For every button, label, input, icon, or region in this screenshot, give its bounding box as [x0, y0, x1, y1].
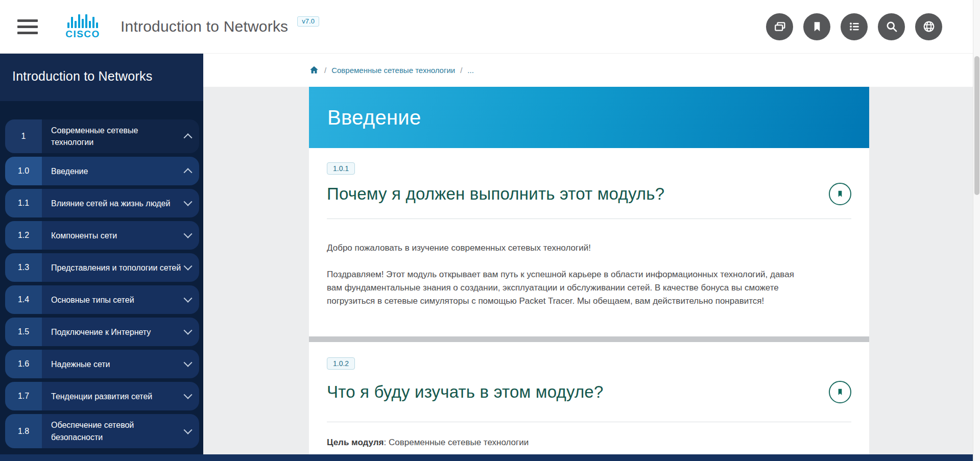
sidebar-item-number: 1.6 — [5, 350, 42, 378]
sidebar-item-label: Современные сетевые технологии — [51, 125, 185, 148]
paragraph: Поздравляем! Этот модуль открывает вам п… — [327, 268, 794, 308]
sidebar-item-number: 1.3 — [5, 253, 42, 282]
bookmarks-button[interactable] — [803, 13, 830, 40]
chevron-down-icon — [184, 425, 193, 434]
module-goal: Цель модуля: Современные сетевые техноло… — [327, 438, 851, 448]
chevron-down-icon — [184, 230, 193, 238]
main-content: / Современные сетевые технологии / ... В… — [203, 54, 980, 454]
scrollbar-thumb[interactable] — [974, 56, 979, 195]
bookmark-icon — [835, 387, 845, 397]
paragraph: Добро пожаловать в изучение современных … — [327, 241, 794, 255]
list-icon — [847, 19, 862, 34]
bookmark-icon — [810, 19, 824, 34]
sidebar-item-1-0[interactable]: 1.0 Введение — [5, 157, 199, 185]
course-sidebar: Introduction to Networks 1 Современные с… — [0, 54, 203, 454]
bookmark-section-button[interactable] — [829, 381, 851, 403]
chevron-up-icon — [184, 168, 193, 177]
sidebar-item-label: Основные типы сетей — [51, 294, 185, 306]
home-icon — [309, 65, 319, 75]
sidebar-item-1-3[interactable]: 1.3 Представления и топологии сетей — [5, 253, 199, 282]
slides-button[interactable] — [766, 13, 793, 40]
breadcrumb-home-link[interactable] — [309, 65, 319, 76]
chevron-down-icon — [184, 198, 193, 206]
sidebar-item-1-5[interactable]: 1.5 Подключение к Интернету — [5, 318, 199, 346]
module-goal-label: Цель модуля — [327, 438, 384, 447]
slides-icon — [773, 19, 787, 34]
sidebar-item-number: 1.7 — [5, 382, 42, 410]
module-banner: Введение — [309, 87, 869, 148]
chevron-down-icon — [184, 358, 193, 367]
sidebar-item-number: 1.5 — [5, 318, 42, 346]
section-1-0-2: 1.0.2 Что я буду изучать в этом модуле? … — [309, 342, 869, 454]
chevron-down-icon — [184, 262, 193, 271]
heading-divider — [327, 422, 851, 422]
sidebar-item-label: Подключение к Интернету — [51, 326, 185, 338]
section-heading: Почему я должен выполнить этот модуль? — [327, 184, 664, 204]
module-goal-text: : Современные сетевые технологии — [384, 438, 529, 447]
globe-icon — [922, 19, 936, 34]
course-title: Introduction to Networks — [121, 18, 288, 35]
section-number-badge: 1.0.2 — [327, 357, 355, 370]
index-list-button[interactable] — [841, 13, 868, 40]
sidebar-item-1-2[interactable]: 1.2 Компоненты сети — [5, 221, 199, 250]
breadcrumb-module-link[interactable]: Современные сетевые технологии — [331, 66, 455, 75]
content-card: Введение 1.0.1 Почему я должен выполнить… — [309, 87, 869, 454]
cisco-logo: CISCO — [58, 14, 107, 40]
search-button[interactable] — [878, 13, 905, 40]
section-number-badge: 1.0.1 — [327, 162, 355, 175]
sidebar-item-1[interactable]: 1 Современные сетевые технологии — [5, 119, 199, 153]
cisco-logo-bars-icon — [67, 14, 98, 28]
banner-title: Введение — [327, 106, 421, 129]
sidebar-item-number: 1.0 — [5, 157, 42, 185]
chevron-up-icon — [184, 134, 193, 142]
cisco-logo-word: CISCO — [65, 29, 100, 40]
sidebar-item-1-8[interactable]: 1.8 Обеспечение сетевой безопасности — [5, 414, 199, 448]
section-divider-bar — [309, 336, 869, 342]
sidebar-item-label: Надежные сети — [51, 358, 185, 370]
course-page: CISCO Introduction to Networks v7.0 — [0, 0, 980, 461]
bottom-bar — [0, 454, 980, 461]
sidebar-item-number: 1.4 — [5, 285, 42, 314]
sidebar-course-title: Introduction to Networks — [0, 54, 203, 101]
breadcrumb-separator: / — [460, 66, 462, 75]
bookmark-icon — [835, 189, 845, 199]
sidebar-item-label: Тенденции развития сетей — [51, 391, 185, 402]
section-1-0-1: 1.0.1 Почему я должен выполнить этот мод… — [309, 148, 869, 336]
sidebar-nav: 1 Современные сетевые технологии 1.0 Вве… — [0, 119, 203, 448]
sidebar-item-number: 1.1 — [5, 189, 42, 217]
heading-divider — [327, 219, 851, 219]
sidebar-item-number: 1 — [5, 119, 42, 153]
sidebar-item-label: Введение — [51, 165, 185, 177]
breadcrumb: / Современные сетевые технологии / ... — [203, 54, 980, 87]
breadcrumb-separator: / — [324, 66, 326, 75]
sidebar-item-1-6[interactable]: 1.6 Надежные сети — [5, 350, 199, 378]
app-header: CISCO Introduction to Networks v7.0 — [0, 0, 980, 54]
sidebar-item-1-7[interactable]: 1.7 Тенденции развития сетей — [5, 382, 199, 410]
search-icon — [885, 19, 899, 34]
version-badge: v7.0 — [297, 16, 319, 27]
sidebar-item-label: Компоненты сети — [51, 230, 185, 241]
language-button[interactable] — [915, 13, 942, 40]
sidebar-item-label: Обеспечение сетевой безопасности — [51, 419, 185, 443]
sidebar-item-label: Влияние сетей на жизнь людей — [51, 198, 185, 209]
sidebar-item-1-1[interactable]: 1.1 Влияние сетей на жизнь людей — [5, 189, 199, 217]
chevron-down-icon — [184, 294, 193, 303]
bookmark-section-button[interactable] — [829, 183, 851, 205]
sidebar-item-number: 1.8 — [5, 414, 42, 448]
hamburger-menu-icon[interactable] — [17, 19, 38, 34]
chevron-down-icon — [184, 326, 193, 335]
section-heading: Что я буду изучать в этом модуле? — [327, 382, 603, 402]
sidebar-item-label: Представления и топологии сетей — [51, 262, 185, 274]
sidebar-item-number: 1.2 — [5, 221, 42, 250]
chevron-down-icon — [184, 391, 193, 399]
header-actions — [766, 13, 957, 40]
sidebar-item-1-4[interactable]: 1.4 Основные типы сетей — [5, 285, 199, 314]
breadcrumb-ellipsis-link[interactable]: ... — [467, 66, 474, 75]
page-scrollbar[interactable] — [973, 0, 980, 461]
